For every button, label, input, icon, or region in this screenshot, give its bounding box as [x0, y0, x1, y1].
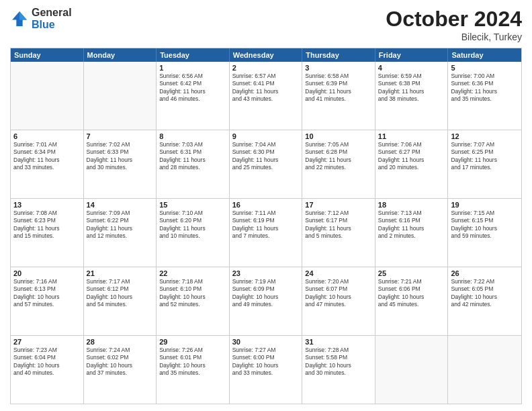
header-day-tuesday: Tuesday [157, 48, 230, 62]
cell-info-line: Sunrise: 7:02 AM [87, 141, 154, 148]
calendar-cell: 27Sunrise: 7:23 AMSunset: 6:04 PMDayligh… [11, 336, 84, 404]
cell-info-line: Sunset: 6:28 PM [305, 148, 372, 156]
cell-info-line: and 41 minutes. [305, 95, 372, 103]
subtitle: Bilecik, Turkey [386, 32, 522, 42]
logo-icon [10, 9, 29, 28]
cell-info-line: Sunrise: 7:08 AM [13, 210, 81, 217]
header-day-wednesday: Wednesday [230, 48, 303, 62]
cell-info-line: Sunset: 6:10 PM [159, 285, 226, 293]
cell-info-line: and 35 minutes. [159, 369, 226, 377]
cell-info-line: Daylight: 10 hours [232, 362, 300, 369]
day-number: 8 [159, 132, 226, 140]
calendar-cell [11, 62, 84, 130]
cell-info-line: and 35 minutes. [451, 95, 519, 103]
logo-blue-text: Blue [32, 19, 72, 31]
cell-info-line: Sunrise: 7:10 AM [159, 210, 226, 217]
day-number: 18 [378, 201, 445, 209]
cell-info-line: Sunset: 6:06 PM [378, 285, 445, 293]
cell-info-line: and 7 minutes. [232, 232, 300, 240]
cell-info-line: Sunset: 6:07 PM [305, 285, 372, 293]
cell-info-line: Sunset: 6:30 PM [232, 148, 300, 156]
cell-info-line: Daylight: 11 hours [305, 156, 372, 164]
cell-info-line: and 57 minutes. [13, 301, 81, 308]
calendar-row-2: 13Sunrise: 7:08 AMSunset: 6:23 PMDayligh… [11, 198, 521, 267]
cell-info-line: Daylight: 10 hours [232, 293, 300, 301]
cell-info-line: Sunrise: 7:11 AM [232, 210, 300, 217]
cell-info-line: Sunrise: 7:18 AM [159, 278, 226, 285]
cell-info-line: Sunrise: 7:19 AM [232, 278, 300, 285]
month-title: October 2024 [386, 7, 522, 32]
day-number: 25 [378, 269, 445, 277]
cell-info-line: Sunset: 6:23 PM [13, 217, 81, 224]
cell-info-line: Daylight: 10 hours [305, 293, 372, 301]
cell-info-line: Sunset: 6:36 PM [451, 80, 519, 87]
calendar-cell: 5Sunrise: 7:00 AMSunset: 6:36 PMDaylight… [448, 62, 521, 130]
cell-info-line: Sunrise: 7:26 AM [159, 347, 226, 354]
cell-info-line: Sunset: 6:38 PM [378, 80, 445, 87]
calendar-cell: 1Sunrise: 6:56 AMSunset: 6:42 PMDaylight… [157, 62, 230, 130]
cell-info-line: Sunset: 6:15 PM [451, 217, 519, 224]
day-number: 21 [87, 269, 154, 277]
calendar-cell: 29Sunrise: 7:26 AMSunset: 6:01 PMDayligh… [157, 336, 230, 404]
header: General Blue October 2024 Bilecik, Turke… [10, 7, 522, 42]
cell-info-line: Sunset: 6:09 PM [232, 285, 300, 293]
day-number: 28 [87, 338, 154, 346]
cell-info-line: and 54 minutes. [87, 301, 154, 308]
calendar-cell: 2Sunrise: 6:57 AMSunset: 6:41 PMDaylight… [230, 62, 303, 130]
calendar: SundayMondayTuesdayWednesdayThursdayFrid… [10, 48, 522, 404]
day-number: 13 [13, 201, 81, 209]
logo: General Blue [10, 7, 72, 30]
day-number: 29 [159, 338, 226, 346]
calendar-body: 1Sunrise: 6:56 AMSunset: 6:42 PMDaylight… [11, 62, 521, 404]
cell-info-line: Sunrise: 7:00 AM [451, 73, 519, 80]
cell-info-line: Daylight: 11 hours [305, 225, 372, 232]
cell-info-line: and 42 minutes. [451, 301, 519, 308]
day-number: 15 [159, 201, 226, 209]
header-day-sunday: Sunday [11, 48, 84, 62]
cell-info-line: Sunset: 6:39 PM [305, 80, 372, 87]
calendar-cell: 20Sunrise: 7:16 AMSunset: 6:13 PMDayligh… [11, 267, 84, 335]
cell-info-line: Sunrise: 7:13 AM [378, 210, 445, 217]
cell-info-line: Daylight: 10 hours [451, 225, 519, 232]
header-day-friday: Friday [375, 48, 449, 62]
cell-info-line: and 59 minutes. [451, 232, 519, 240]
cell-info-line: Sunrise: 6:59 AM [378, 73, 445, 80]
cell-info-line: Sunrise: 7:04 AM [232, 141, 300, 148]
cell-info-line: and 38 minutes. [378, 95, 445, 103]
cell-info-line: Daylight: 10 hours [451, 293, 519, 301]
day-number: 5 [451, 64, 519, 72]
cell-info-line: and 49 minutes. [232, 301, 300, 308]
cell-info-line: Daylight: 10 hours [87, 362, 154, 369]
cell-info-line: and 25 minutes. [232, 164, 300, 171]
cell-info-line: and 20 minutes. [378, 164, 445, 171]
cell-info-line: and 28 minutes. [159, 164, 226, 171]
calendar-row-4: 27Sunrise: 7:23 AMSunset: 6:04 PMDayligh… [11, 335, 521, 404]
calendar-cell: 12Sunrise: 7:07 AMSunset: 6:25 PMDayligh… [448, 130, 521, 198]
calendar-cell: 22Sunrise: 7:18 AMSunset: 6:10 PMDayligh… [157, 267, 230, 335]
header-day-saturday: Saturday [448, 48, 521, 62]
cell-info-line: Daylight: 11 hours [451, 88, 519, 95]
cell-info-line: Sunset: 6:27 PM [378, 148, 445, 156]
cell-info-line: Sunrise: 7:16 AM [13, 278, 81, 285]
cell-info-line: and 43 minutes. [232, 95, 300, 103]
day-number: 3 [305, 64, 372, 72]
day-number: 30 [232, 338, 300, 346]
calendar-cell: 26Sunrise: 7:22 AMSunset: 6:05 PMDayligh… [448, 267, 521, 335]
calendar-header: SundayMondayTuesdayWednesdayThursdayFrid… [11, 48, 521, 62]
cell-info-line: Sunrise: 7:24 AM [87, 347, 154, 354]
cell-info-line: Daylight: 11 hours [451, 156, 519, 164]
cell-info-line: Sunset: 6:01 PM [159, 354, 226, 361]
calendar-cell: 8Sunrise: 7:03 AMSunset: 6:31 PMDaylight… [157, 130, 230, 198]
cell-info-line: Sunrise: 6:58 AM [305, 73, 372, 80]
cell-info-line: Sunset: 6:16 PM [378, 217, 445, 224]
calendar-cell: 25Sunrise: 7:21 AMSunset: 6:06 PMDayligh… [375, 267, 449, 335]
calendar-cell: 23Sunrise: 7:19 AMSunset: 6:09 PMDayligh… [230, 267, 303, 335]
cell-info-line: Sunrise: 7:20 AM [305, 278, 372, 285]
cell-info-line: and 15 minutes. [13, 232, 81, 240]
day-number: 24 [305, 269, 372, 277]
cell-info-line: Sunset: 6:33 PM [87, 148, 154, 156]
cell-info-line: Daylight: 11 hours [87, 225, 154, 232]
cell-info-line: Daylight: 11 hours [232, 225, 300, 232]
calendar-cell: 9Sunrise: 7:04 AMSunset: 6:30 PMDaylight… [230, 130, 303, 198]
calendar-cell: 14Sunrise: 7:09 AMSunset: 6:22 PMDayligh… [84, 199, 157, 267]
